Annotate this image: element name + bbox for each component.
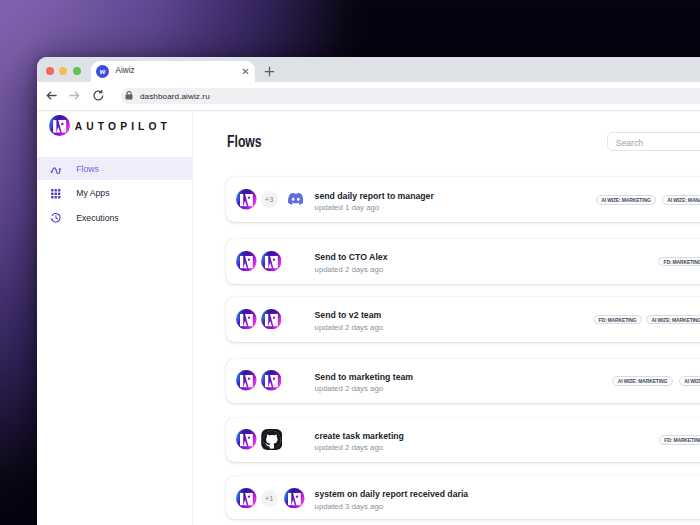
svg-text:w: w bbox=[99, 68, 106, 75]
